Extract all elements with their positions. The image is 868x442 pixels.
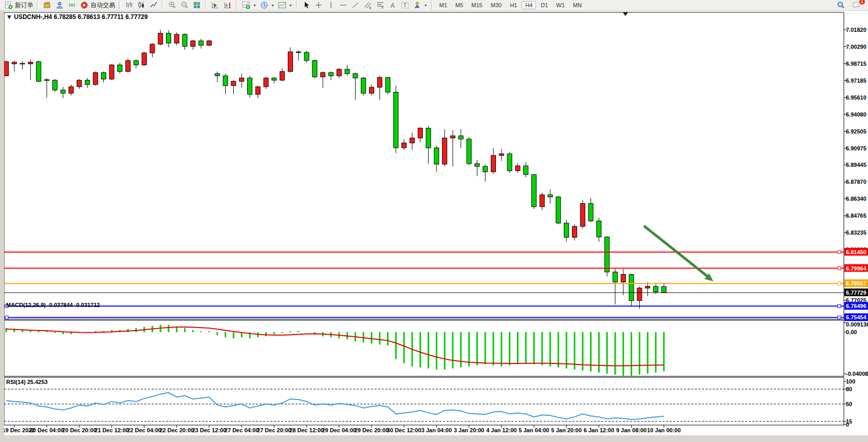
line-chart-icon: [149, 1, 158, 9]
time-tick-label: 23 Dec 12:00: [192, 427, 227, 433]
timeframe-M30[interactable]: M30: [487, 1, 505, 9]
chart-canvas[interactable]: 7.018207.002906.987156.971856.956106.940…: [0, 0, 868, 442]
time-tick-label: 22 Dec 04:00: [127, 427, 161, 433]
time-tick-label: 21 Dec 12:00: [95, 427, 129, 433]
toolbar: 新订单自动交易▼▼▼EFAT▼M1M5M15M30H1H4D1W1MN1: [0, 0, 868, 11]
notifications-button[interactable]: 1: [850, 1, 862, 10]
price-tick-label: 7.01820: [846, 27, 866, 33]
line-handle[interactable]: [838, 316, 841, 319]
timeframe-M1[interactable]: M1: [436, 1, 451, 9]
time-tick-label: 10 Jan 00:00: [647, 427, 680, 433]
channel-icon: E: [363, 1, 373, 9]
toolbar-separator: [296, 1, 298, 9]
timeframe-D1[interactable]: D1: [537, 1, 551, 9]
trendline-icon: [351, 1, 360, 9]
auto-scroll-icon: [211, 1, 220, 9]
price-tick-label: 6.89445: [846, 162, 866, 168]
trendline-button[interactable]: [349, 1, 362, 10]
time-axis[interactable]: 19 Dec 202220 Dec 04:0020 Dec 20:0021 De…: [3, 425, 681, 433]
candle-chart-button[interactable]: [135, 1, 147, 10]
svg-text:6.77729: 6.77729: [846, 290, 866, 296]
time-tick-label: 4 Jan 12:00: [486, 427, 516, 433]
price-tick-label: 6.86340: [846, 196, 866, 202]
profile-icon: [55, 1, 64, 9]
price-tick-label: 6.84765: [846, 213, 866, 219]
toolbar-separator: [205, 1, 207, 9]
line-handle[interactable]: [838, 267, 841, 270]
text-label-button[interactable]: T: [399, 1, 411, 10]
line-handle[interactable]: [838, 282, 841, 285]
toolbar-separator: [37, 1, 39, 9]
tile-windows-button[interactable]: [191, 1, 203, 10]
channel-button[interactable]: E: [362, 1, 374, 10]
toolbar-separator: [236, 1, 238, 9]
notification-badge: 1: [859, 0, 865, 5]
time-tick-label: 27 Dec 20:00: [257, 427, 291, 433]
price-tick-label: 6.98715: [846, 61, 866, 67]
cursor-button[interactable]: [300, 1, 312, 10]
bar-chart-button[interactable]: [123, 1, 135, 10]
timeframe-H4[interactable]: H4: [522, 1, 536, 9]
time-tick-label: 28 Dec 12:00: [289, 427, 324, 433]
price-tick-label: 6.90975: [846, 145, 866, 151]
zoom-in-icon: [168, 1, 177, 9]
period-button[interactable]: ▼: [258, 1, 276, 10]
time-tick-label: 5 Jan 04:00: [519, 427, 549, 433]
time-tick-label: 3 Jan 04:00: [421, 427, 452, 433]
autotrade-button[interactable]: 自动交易: [78, 1, 117, 10]
zoom-out-button[interactable]: [178, 1, 191, 10]
text-button[interactable]: A: [386, 1, 399, 10]
new-order-icon: [4, 1, 13, 9]
time-tick-label: 20 Dec 04:00: [30, 427, 64, 433]
price-tick-label: 6.87870: [846, 179, 866, 185]
rsi-axis-label: 50: [846, 401, 852, 407]
price-line-label-6.81450: 6.81450: [844, 248, 868, 256]
market-box-button[interactable]: [41, 1, 53, 10]
time-tick-label: 20 Dec 20:00: [62, 427, 97, 433]
line-handle[interactable]: [5, 316, 8, 319]
vertical-line-button[interactable]: [325, 1, 337, 10]
timeframe-M15[interactable]: M15: [468, 1, 486, 9]
horizontal-line-button[interactable]: [337, 1, 349, 10]
profile-button[interactable]: [53, 1, 66, 10]
toolbar-separator: [119, 1, 121, 9]
new-order-button[interactable]: 新订单: [3, 1, 35, 10]
auto-scroll-button[interactable]: [209, 1, 221, 10]
timeframe-M5[interactable]: M5: [452, 1, 467, 9]
price-line-label-6.78567: 6.78567: [844, 279, 868, 287]
search-button[interactable]: [835, 1, 847, 10]
time-tick-label: 30 Dec 12:00: [387, 427, 421, 433]
crosshair-button[interactable]: [312, 1, 325, 10]
zoom-in-button[interactable]: [166, 1, 178, 10]
chevron-down-icon: ▼: [289, 4, 292, 7]
time-tick-label: 29 Dec 04:00: [322, 427, 356, 433]
time-tick-label: 22 Dec 20:00: [159, 427, 194, 433]
cursor-icon: [302, 1, 311, 9]
clock-icon: [260, 1, 269, 9]
svg-text:E: E: [369, 6, 371, 9]
line-chart-button[interactable]: [147, 1, 160, 10]
line-handle[interactable]: [838, 251, 841, 254]
shapes-button[interactable]: ▼: [411, 1, 429, 10]
chart-symbol-label: ▼ USDCNH-,H4 6.78285 6.78613 6.77711 6.7…: [6, 13, 147, 21]
chevron-down-icon: ▼: [271, 4, 274, 7]
timeframe-MN[interactable]: MN: [569, 1, 585, 9]
time-tick-label: 3 Jan 20:00: [454, 427, 484, 433]
line-handle[interactable]: [838, 304, 841, 308]
signal-icon: [67, 1, 77, 9]
fibonacci-button[interactable]: F: [374, 1, 386, 10]
timeframe-H1[interactable]: H1: [506, 1, 521, 9]
price-line-label-6.77729: 6.77729: [844, 289, 868, 296]
template-button[interactable]: ▼: [276, 1, 294, 10]
timeframe-W1[interactable]: W1: [552, 1, 568, 9]
time-tick-label: 29 Dec 20:00: [355, 427, 389, 433]
svg-text:T: T: [403, 3, 407, 8]
new-chart-button[interactable]: ▼: [240, 1, 258, 10]
text-label-icon: T: [400, 1, 410, 9]
chart-shift-button[interactable]: [221, 1, 234, 10]
signal-button[interactable]: [66, 1, 78, 10]
new-chart-icon: [242, 1, 251, 9]
chart-shift-icon: [223, 1, 232, 9]
window-bottom-border: [0, 435, 868, 442]
price-line-label-6.76496: 6.76496: [844, 302, 868, 310]
